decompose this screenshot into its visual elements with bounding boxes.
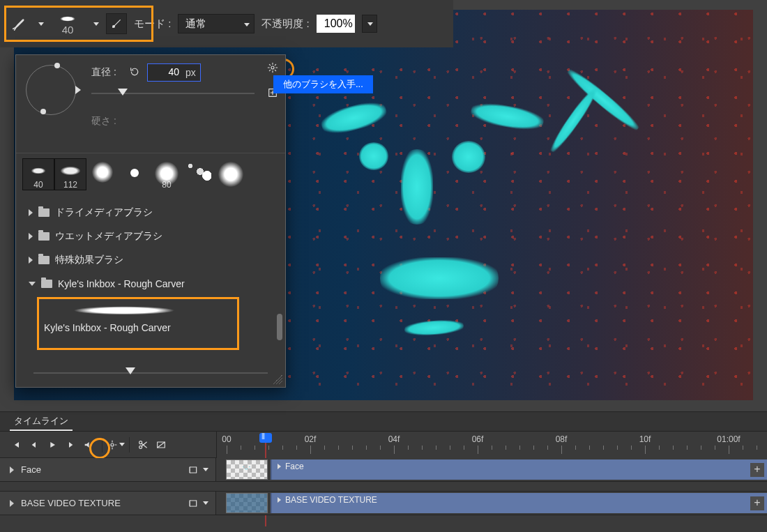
svg-rect-7 <box>190 466 196 472</box>
folder-label: 特殊効果ブラシ <box>55 254 123 266</box>
chevron-right-icon <box>10 466 14 473</box>
track-options[interactable] <box>188 499 208 508</box>
brush-name-label: Kyle's Inkbox - Rough Carver <box>44 322 171 333</box>
recent-brush-4[interactable] <box>119 159 150 190</box>
resize-grip-icon[interactable] <box>273 374 282 384</box>
playhead[interactable] <box>259 433 272 443</box>
track-options[interactable] <box>188 465 208 475</box>
timeline-track-face: Face ˙ᵕ˙ Face + <box>0 458 767 482</box>
chevron-down-icon <box>203 501 208 505</box>
brush-folder-kyle[interactable]: Kyle's Inkbox - Rough Carver <box>16 272 285 296</box>
brush-folder-dry[interactable]: ドライメディアブラシ <box>16 201 285 225</box>
chevron-down-icon <box>203 468 208 471</box>
prev-frame-button[interactable] <box>25 436 43 454</box>
tool-options-bar: 40 モード : 通常 不透明度 : 100% <box>0 0 453 47</box>
tool-dropdown-icon[interactable] <box>38 22 44 26</box>
clip-label: Face <box>285 462 304 471</box>
recent-brush-size: 40 <box>33 180 43 190</box>
folder-label: ドライメディアブラシ <box>55 206 153 219</box>
recent-brush-7[interactable] <box>215 159 246 190</box>
blend-mode-value: 通常 <box>185 17 206 31</box>
recent-brushes-row: 40 112 80 <box>16 153 285 195</box>
track-name: BASE VIDEO TEXTURE <box>21 498 121 508</box>
reset-size-icon[interactable] <box>129 66 140 79</box>
panel-settings-icon[interactable] <box>267 62 278 76</box>
timeline-panel: タイムライン 0002f04f06f08f10f01:00f Face <box>0 411 767 532</box>
timeline-ruler[interactable]: 0002f04f06f08f10f01:00f <box>216 432 767 458</box>
folder-label: ウエットメディアブラシ <box>55 230 162 243</box>
clip-label: BASE VIDEO TEXTURE <box>285 495 377 505</box>
folder-icon <box>41 280 52 288</box>
add-keyframe-button[interactable]: + <box>750 463 764 477</box>
diameter-slider[interactable] <box>91 89 255 98</box>
opacity-label: 不透明度 : <box>261 17 309 31</box>
track-header-base[interactable]: BASE VIDEO TEXTURE <box>0 492 216 515</box>
ruler-tick-label: 04f <box>388 434 400 444</box>
timeline-track-base: BASE VIDEO TEXTURE BASE VIDEO TEXTURE + <box>0 492 767 515</box>
clip-thumb-base[interactable] <box>226 493 268 513</box>
ruler-tick-label: 08f <box>556 434 568 444</box>
chevron-down-icon <box>244 23 250 26</box>
folder-icon <box>38 256 50 264</box>
svg-point-3 <box>111 443 114 446</box>
timeline-tab[interactable]: タイムライン <box>10 412 73 431</box>
play-button[interactable] <box>43 436 61 454</box>
recent-brush-2[interactable]: 112 <box>55 159 86 190</box>
split-clip-button[interactable] <box>134 436 152 454</box>
brush-folder-fx[interactable]: 特殊効果ブラシ <box>16 248 285 272</box>
recent-brush-size: 112 <box>63 180 77 190</box>
recent-brush-3[interactable] <box>87 159 118 190</box>
recent-brush-6[interactable] <box>183 159 214 190</box>
transition-button[interactable] <box>152 436 170 454</box>
chevron-down-icon <box>29 282 36 286</box>
brush-folder-tree: ドライメディアブラシ ウエットメディアブラシ 特殊効果ブラシ Kyle's In… <box>16 195 285 343</box>
add-keyframe-button[interactable]: + <box>750 496 764 510</box>
scrollbar-thumb[interactable] <box>277 314 282 340</box>
audio-toggle-button[interactable] <box>79 436 98 454</box>
diameter-unit: px <box>181 64 200 81</box>
brush-item-kyle-rough[interactable]: Kyle's Inkbox - Rough Carver <box>16 296 285 337</box>
hardness-label: 硬さ : <box>91 115 122 128</box>
svg-point-1 <box>271 66 274 69</box>
recent-brush-1[interactable]: 40 <box>23 159 54 190</box>
get-more-brushes-menu-item[interactable]: 他のブラシを入手... <box>273 75 373 93</box>
diameter-input[interactable]: 40 <box>148 64 181 81</box>
blend-mode-select[interactable]: 通常 <box>178 14 255 33</box>
tablet-pressure-size-toggle[interactable] <box>106 13 127 34</box>
brush-folder-wet[interactable]: ウエットメディアブラシ <box>16 225 285 248</box>
opacity-dropdown[interactable] <box>362 15 377 33</box>
ruler-tick-label: 00 <box>222 434 231 444</box>
mode-label: モード : <box>134 17 171 31</box>
chevron-right-icon <box>278 464 281 469</box>
svg-point-0 <box>112 25 115 28</box>
clip-face[interactable]: Face <box>271 459 767 480</box>
go-start-button[interactable] <box>7 436 25 454</box>
brush-preset-panel: 直径 : 40 px 硬さ : <box>15 54 286 388</box>
folder-icon <box>38 208 50 217</box>
diameter-label: 直径 : <box>91 66 122 79</box>
brush-angle-widget[interactable] <box>26 65 76 115</box>
svg-rect-8 <box>190 500 196 506</box>
clip-base[interactable]: BASE VIDEO TEXTURE <box>271 493 767 513</box>
thumbnail-size-slider[interactable] <box>33 367 268 379</box>
brush-preview-thumb <box>54 13 82 24</box>
recent-brush-5[interactable]: 80 <box>151 159 182 190</box>
clip-thumb-face[interactable]: ˙ᵕ˙ <box>226 459 268 480</box>
track-header-face[interactable]: Face <box>0 458 216 481</box>
next-frame-button[interactable] <box>61 436 79 454</box>
timeline-settings-button[interactable] <box>107 436 125 454</box>
timeline-gap <box>0 482 767 492</box>
brush-stroke-preview <box>44 300 204 319</box>
chevron-right-icon <box>29 233 33 240</box>
ruler-tick-label: 10f <box>639 434 651 444</box>
chevron-right-icon <box>278 497 281 503</box>
chevron-right-icon <box>10 500 14 507</box>
folder-icon <box>38 232 50 241</box>
brush-preset-dropdown-icon[interactable] <box>93 22 99 26</box>
chevron-right-icon <box>29 209 33 216</box>
chevron-down-icon <box>367 22 373 26</box>
brush-tool-icon[interactable] <box>8 10 29 38</box>
opacity-input[interactable]: 100% <box>317 15 355 33</box>
ruler-tick-label: 01:00f <box>717 434 740 444</box>
brush-preset-picker[interactable]: 40 <box>51 13 84 35</box>
